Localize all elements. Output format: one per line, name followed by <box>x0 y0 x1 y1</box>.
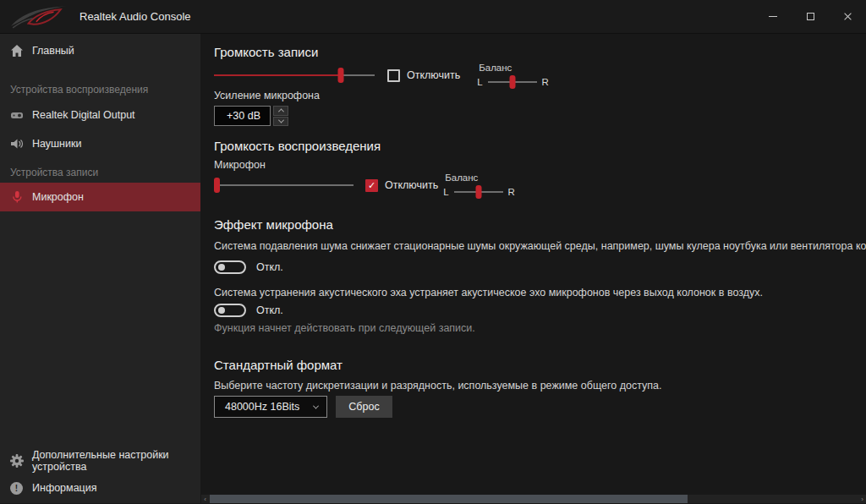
sidebar-header-recording-devices: Устройства записи <box>0 167 200 178</box>
maximize-icon <box>807 13 814 20</box>
mic-boost-label: Усиление микрофона <box>214 90 866 101</box>
echo-cancellation-state: Откл. <box>256 304 283 316</box>
slider-thumb[interactable] <box>475 185 481 199</box>
speaker-icon <box>9 108 24 123</box>
scroll-left-arrow-icon[interactable]: ‹ <box>201 495 209 503</box>
sidebar-item-digital-output[interactable]: Realtek Digital Output <box>0 101 200 129</box>
horizontal-scrollbar[interactable]: ‹ › <box>201 495 866 503</box>
playback-mute-checkbox[interactable]: ✓ <box>365 179 378 192</box>
minimize-icon <box>769 16 777 17</box>
record-volume-title: Громкость записи <box>214 45 866 60</box>
mic-boost-spinner: +30 dB <box>214 106 866 126</box>
slider-thumb[interactable] <box>509 75 515 89</box>
record-balance: Баланс L R <box>477 63 549 89</box>
balance-label: Баланс <box>477 63 549 73</box>
sidebar-item-label: Микрофон <box>32 191 84 203</box>
window-controls <box>754 0 866 33</box>
noise-suppression-row: Откл. <box>214 260 866 274</box>
info-icon: ! <box>9 481 24 496</box>
scrollbar-thumb[interactable] <box>210 495 688 503</box>
sidebar-item-label: Дополнительные настройки устройства <box>32 449 200 473</box>
record-volume-slider[interactable] <box>214 68 375 83</box>
playback-device-label: Микрофон <box>214 160 866 171</box>
reset-button[interactable]: Сброс <box>336 396 392 418</box>
playback-volume-row: ✓ Отключить Баланс L R <box>214 175 866 195</box>
close-button[interactable] <box>829 0 866 33</box>
playback-volume-slider[interactable] <box>214 178 354 193</box>
noise-suppression-state: Откл. <box>256 261 283 273</box>
chevron-down-icon <box>313 403 319 408</box>
balance-left-label: L <box>443 187 448 197</box>
record-mute-group: ✓ Отключить <box>387 69 460 82</box>
main-panel: Громкость записи ✓ Отключить Баланс L <box>200 34 866 503</box>
slider-thumb[interactable] <box>214 178 220 193</box>
balance-right-label: R <box>542 77 549 87</box>
format-select-value: 48000Hz 16Bits <box>225 401 314 413</box>
maximize-button[interactable] <box>792 0 829 33</box>
close-icon <box>843 12 852 21</box>
balance-left-label: L <box>477 77 482 87</box>
sidebar-header-playback-devices: Устройства воспроизведения <box>0 84 200 96</box>
default-format-row: 48000Hz 16Bits Сброс <box>214 396 866 418</box>
record-mute-checkbox[interactable]: ✓ <box>387 69 400 82</box>
sidebar-item-information[interactable]: ! Информация <box>0 474 200 501</box>
toggle-knob <box>218 264 225 271</box>
noise-suppression-text: Система подавления шума снижает стациона… <box>214 241 866 252</box>
echo-cancellation-toggle[interactable] <box>214 304 246 317</box>
record-mute-label: Отключить <box>407 69 460 81</box>
slider-fill <box>214 74 341 76</box>
sidebar-item-label: Realtek Digital Output <box>32 109 135 121</box>
sidebar-item-home[interactable]: Главный <box>0 36 200 65</box>
chevron-down-icon <box>277 117 283 123</box>
slider-thumb[interactable] <box>338 68 344 83</box>
playback-mute-group: ✓ Отключить <box>365 179 438 192</box>
toggle-knob <box>218 307 225 314</box>
sidebar-item-label: Наушники <box>32 138 81 150</box>
sidebar: Главный Устройства воспроизведения Realt… <box>0 34 200 503</box>
sidebar-item-advanced-settings[interactable]: Дополнительные настройки устройства <box>0 447 200 474</box>
default-format-title: Стандартный формат <box>214 358 866 373</box>
boost-decrease-button[interactable] <box>273 117 288 127</box>
rog-logo-icon <box>8 2 69 32</box>
sidebar-item-label: Главный <box>32 45 74 57</box>
home-icon <box>9 44 24 58</box>
sidebar-bottom-group: Дополнительные настройки устройства ! Ин… <box>0 447 200 501</box>
playback-balance-slider[interactable] <box>454 185 503 199</box>
speaker-waves-icon <box>9 137 24 151</box>
slider-track[interactable] <box>214 184 354 186</box>
echo-cancellation-text: Система устранения акустического эха уст… <box>214 288 866 299</box>
gear-icon <box>9 454 24 468</box>
app-title: Realtek Audio Console <box>79 10 191 23</box>
record-balance-slider[interactable] <box>488 75 537 89</box>
playback-mute-label: Отключить <box>385 179 438 191</box>
noise-suppression-toggle[interactable] <box>214 260 246 274</box>
effects-hint: Функция начнет действовать при следующей… <box>214 323 866 334</box>
sidebar-item-headphones[interactable]: Наушники <box>0 129 200 158</box>
balance-right-label: R <box>508 187 515 197</box>
playback-volume-title: Громкость воспроизведения <box>214 139 866 154</box>
scroll-right-arrow-icon[interactable]: › <box>858 495 866 503</box>
echo-cancellation-row: Откл. <box>214 303 866 317</box>
playback-balance: Баланс L R <box>443 173 515 199</box>
balance-label: Баланс <box>443 173 515 183</box>
chevron-up-icon <box>277 109 283 115</box>
boost-increase-button[interactable] <box>273 106 288 116</box>
default-format-description: Выберите частоту дискретизации и разрядн… <box>214 381 866 392</box>
mic-boost-value[interactable]: +30 dB <box>214 106 271 126</box>
sidebar-item-label: Информация <box>32 482 97 494</box>
record-volume-row: ✓ Отключить Баланс L R <box>214 65 866 85</box>
sidebar-item-microphone[interactable]: Микрофон <box>0 183 200 211</box>
mic-effects-title: Эффект микрофона <box>214 217 866 233</box>
title-bar: Realtek Audio Console <box>0 0 866 34</box>
scrollbar-track[interactable] <box>209 495 858 503</box>
minimize-button[interactable] <box>754 0 792 33</box>
microphone-icon <box>9 190 24 205</box>
format-select[interactable]: 48000Hz 16Bits <box>214 396 327 418</box>
